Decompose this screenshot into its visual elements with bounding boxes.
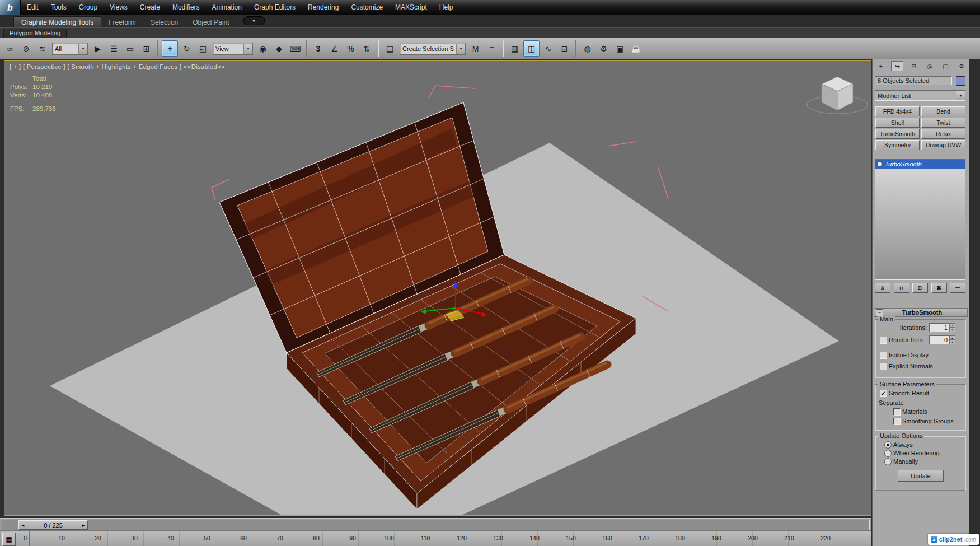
rectangular-selection-region-button[interactable]: ▭ <box>123 41 138 56</box>
angle-snap-toggle[interactable]: ∠ <box>327 41 342 56</box>
select-and-link-button[interactable]: ∞ <box>2 41 17 56</box>
make-unique-button[interactable]: ⧉ <box>912 283 928 293</box>
pin-stack-button[interactable]: ⇓ <box>875 283 890 293</box>
spinner-snap-toggle[interactable]: ⇅ <box>359 41 374 56</box>
menu-item-create[interactable]: Create <box>134 0 166 15</box>
modifier-stack-item-turbosmooth[interactable]: TurboSmooth <box>875 160 965 169</box>
mini-curve-editor-button[interactable]: ▦ <box>2 533 16 546</box>
next-frame-button[interactable]: ▸ <box>79 520 88 530</box>
percent-snap-toggle[interactable]: % <box>343 41 358 56</box>
layer-manager-button[interactable]: ▦ <box>507 41 522 56</box>
spinner-up-icon[interactable]: ▴ <box>949 335 955 340</box>
show-end-result-button[interactable]: ∪ <box>894 283 909 293</box>
update-manually-radio[interactable] <box>884 458 892 465</box>
update-always-radio[interactable] <box>884 441 892 449</box>
command-panel-tab-motion[interactable]: ◎ <box>924 62 935 71</box>
ribbon-tab-object-paint[interactable]: Object Paint <box>185 17 236 27</box>
selection-filter-dropdown[interactable]: All ▾ <box>52 43 88 55</box>
viewport-perspective[interactable]: [ + ] [ Perspective ] [ Smooth + Highlig… <box>4 60 871 516</box>
spinner-down-icon[interactable]: ▾ <box>949 340 955 344</box>
command-panel-tab-hierarchy[interactable]: ⊡ <box>908 62 920 71</box>
modifier-enabled-bulb-icon[interactable] <box>877 161 883 167</box>
remove-modifier-button[interactable]: ✖ <box>931 283 947 293</box>
menu-item-views[interactable]: Views <box>104 0 134 15</box>
viewport-label[interactable]: [ + ] [ Perspective ] [ Smooth + Highlig… <box>10 63 225 70</box>
previous-frame-button[interactable]: ◂ <box>18 520 27 530</box>
render-setup-button[interactable]: ⚙ <box>596 41 611 56</box>
modifier-stack[interactable]: TurboSmooth <box>875 159 965 280</box>
update-when-rendering-radio[interactable] <box>884 450 892 457</box>
menu-item-maxscript[interactable]: MAXScript <box>389 0 433 15</box>
menu-item-help[interactable]: Help <box>433 0 459 15</box>
time-slider-handle[interactable]: 0 / 225 <box>27 520 79 530</box>
edit-named-selection-sets-button[interactable]: ▤ <box>382 41 397 56</box>
menu-item-graph-editors[interactable]: Graph Editors <box>248 0 302 15</box>
keyboard-shortcut-override-toggle[interactable]: ⌨ <box>288 41 303 56</box>
modifier-button-unwrap-uvw[interactable]: Unwrap UVW <box>921 140 965 150</box>
render-iters-checkbox[interactable] <box>880 337 887 344</box>
select-object-button[interactable]: ▶ <box>90 41 105 56</box>
ribbon-tab-graphite-modeling-tools[interactable]: Graphite Modeling Tools <box>13 16 101 27</box>
curve-editor-button[interactable]: ∿ <box>541 41 556 56</box>
ribbon-minimize-toggle[interactable]: ▾ <box>243 16 265 25</box>
time-slider-track[interactable] <box>2 520 870 530</box>
object-color-swatch[interactable] <box>956 76 965 86</box>
select-and-manipulate-button[interactable]: ◆ <box>271 41 287 56</box>
menu-item-group[interactable]: Group <box>73 0 104 15</box>
ribbon-panel-polygon-modeling[interactable]: Polygon Modeling <box>3 29 67 38</box>
reference-coordinate-system-dropdown[interactable]: View ▾ <box>213 43 253 55</box>
named-selection-sets-dropdown[interactable]: Create Selection Se ▾ <box>400 43 466 55</box>
menu-item-customize[interactable]: Customize <box>345 0 389 15</box>
render-production-button[interactable]: ☕ <box>629 41 644 56</box>
select-by-name-button[interactable]: ☰ <box>106 41 121 56</box>
select-and-move-button[interactable]: + <box>162 40 178 57</box>
render-iters-spinner[interactable]: ▴▾ <box>949 335 955 344</box>
materials-checkbox[interactable] <box>893 408 901 416</box>
bind-to-space-warp-button[interactable]: ≋ <box>35 41 50 56</box>
window-crossing-toggle[interactable]: ⊞ <box>139 41 154 56</box>
menu-item-tools[interactable]: Tools <box>45 0 73 15</box>
smooth-result-checkbox[interactable]: ✓ <box>880 390 887 397</box>
isoline-display-checkbox[interactable] <box>880 352 887 359</box>
modifier-button-turbosmooth[interactable]: TurboSmooth <box>875 129 920 139</box>
application-logo-button[interactable]: b <box>0 0 21 15</box>
modifier-button-relax[interactable]: Relax <box>921 129 965 139</box>
mirror-button[interactable]: M <box>468 41 483 56</box>
iterations-spinner[interactable]: ▴▾ <box>949 323 955 332</box>
spinner-down-icon[interactable]: ▾ <box>949 328 955 332</box>
align-button[interactable]: ≡ <box>484 41 499 56</box>
modifier-button-bend[interactable]: Bend <box>921 106 965 116</box>
select-and-scale-button[interactable]: ◱ <box>195 41 210 56</box>
modifier-button-symmetry[interactable]: Symmetry <box>875 140 920 150</box>
command-panel-tab-modify[interactable]: ↪ <box>891 61 903 71</box>
modifier-button-shell[interactable]: Shell <box>875 118 920 128</box>
command-panel-tab-utilities[interactable]: ⚙ <box>956 62 967 71</box>
track-bar[interactable]: ▦ 01020304050607080901001101201301401501… <box>0 530 871 546</box>
spinner-up-icon[interactable]: ▴ <box>949 323 955 328</box>
menu-item-rendering[interactable]: Rendering <box>302 0 345 15</box>
graphite-modeling-toggle[interactable]: ◫ <box>523 40 540 57</box>
menu-item-modifiers[interactable]: Modifiers <box>166 0 206 15</box>
select-and-rotate-button[interactable]: ↻ <box>179 41 194 56</box>
update-button[interactable]: Update <box>898 470 944 482</box>
rendered-frame-window-button[interactable]: ▣ <box>612 41 627 56</box>
material-editor-button[interactable]: ◍ <box>580 41 595 56</box>
viewcube[interactable] <box>807 77 868 114</box>
render-iters-field[interactable]: 0 <box>929 335 950 344</box>
menu-item-animation[interactable]: Animation <box>206 0 248 15</box>
use-pivot-point-center-button[interactable]: ◉ <box>255 41 270 56</box>
command-panel-tab-create[interactable]: + <box>875 62 887 71</box>
smoothing-groups-checkbox[interactable] <box>893 418 901 425</box>
unlink-selection-button[interactable]: ⊘ <box>18 41 34 56</box>
command-panel-tab-display[interactable]: ▢ <box>940 62 951 71</box>
modifier-button-ffd4x4x4[interactable]: FFD 4x4x4 <box>875 106 920 116</box>
modifier-list-dropdown[interactable]: Modifier List ▾ <box>875 90 965 101</box>
modifier-button-twist[interactable]: Twist <box>921 118 965 128</box>
iterations-field[interactable]: 1 <box>929 323 950 332</box>
configure-modifier-sets-button[interactable]: ☰ <box>950 283 965 293</box>
snaps-toggle-button[interactable]: 3 <box>311 41 326 56</box>
object-name-field[interactable]: 6 Objects Selected <box>875 76 952 85</box>
ribbon-tab-freeform[interactable]: Freeform <box>101 17 143 27</box>
menu-item-edit[interactable]: Edit <box>21 0 45 15</box>
ribbon-tab-selection[interactable]: Selection <box>143 17 185 27</box>
